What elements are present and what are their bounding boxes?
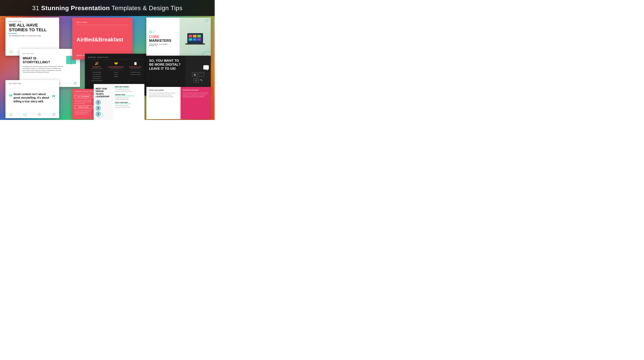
card-core: CORE MARKETERS STRATEGY. PLANNING. RESUL…: [146, 18, 211, 61]
core-left-panel: CORE MARKETERS STRATEGY. PLANNING. RESUL…: [146, 18, 180, 61]
svg-rect-0: [71, 56, 71, 64]
dot-pattern: [205, 19, 209, 22]
header-title-bold: Stunning Presentation: [41, 5, 110, 12]
svg-rect-5: [193, 35, 196, 38]
digital-title: SO, YOU WANT TO BE MORE DIGITAL? LEAVE I…: [149, 59, 183, 71]
team-member-2: JORDON LOUIS CREATIVE MARKETING DIRECTOR…: [115, 94, 143, 100]
dot-line: [17, 52, 19, 52]
team-left: MEET OUR DREAM TEAM'S LEADERSHIP 👤 👤 👤: [94, 84, 113, 120]
svg-rect-3: [189, 35, 192, 38]
team-member-1: SMITH AND CONNOR MARKETING DIRECTOR, JR …: [115, 86, 143, 92]
market-events-col: 🎉 EVENTS target events monthly Octoberfe…: [88, 62, 106, 82]
member-1-bullets: • 8 years Marketing experience• Received…: [115, 89, 143, 92]
tablet-icon: 📱: [199, 72, 204, 77]
comp-desc-1: We are the first to market, creating a t…: [74, 99, 92, 104]
member-3-bullets: • 5 years Industry experience• Graduate …: [115, 105, 143, 108]
partnerships-items: GoLocoKAYAKORBITZ: [107, 71, 125, 78]
challenge-title: YOUR CHALLENGE: [149, 89, 178, 91]
card-dream-team: MEET OUR DREAM TEAM'S LEADERSHIP 👤 👤 👤 S…: [94, 84, 144, 120]
airbnb-divider: [76, 25, 128, 25]
challenge-body: A need to excel on the ground, offline a…: [149, 92, 178, 98]
help-body: We improve what's working, by connecting…: [183, 92, 208, 98]
partnerships-icon: 🤝: [107, 62, 125, 65]
chat-icon3: 💬: [52, 113, 56, 116]
chat-bubble-icon: ···: [203, 65, 209, 70]
airbnb-title: AirBed&Breakfast: [76, 37, 128, 43]
brain-icon3: 🧠: [38, 113, 41, 116]
comp-tag-1: 1ST TO MARKET: [74, 95, 92, 98]
bulb-icon: 💡: [9, 50, 13, 54]
device-row2: 🖥 ↖: [194, 78, 203, 82]
craigslist-divider: [127, 70, 144, 71]
close-quote: ": [52, 94, 56, 102]
member-2-role: CREATIVE MARKETING DIRECTOR: [115, 95, 143, 97]
team-right: SMITH AND CONNOR MARKETING DIRECTOR, JR …: [113, 84, 144, 120]
challenge-right: HOW WE CAN HELP We improve what's workin…: [180, 87, 211, 119]
craigslist-title: CRAIGSLIST: [127, 66, 144, 68]
team-avatar-1: 👤: [96, 100, 101, 105]
bulb-icon3: 💡: [9, 113, 12, 116]
chat-icon2: 💬: [74, 82, 77, 85]
laptop-icon2: 💻: [192, 72, 198, 77]
core-rest: MARKETERS: [149, 39, 171, 43]
header: 31 Stunning Presentation Templates & Des…: [0, 0, 215, 16]
partnerships-divider: [107, 70, 125, 71]
quote-icons-row: 💡 📖 🧠 💬: [9, 111, 56, 116]
member-2-name: JORDON LOUIS: [115, 94, 143, 95]
card-airbnb: WELCOME AirBed&Breakfast Books Rooms wit…: [72, 18, 133, 60]
partnerships-title: PARTNERSHIPS: [107, 66, 125, 68]
member-1-name: SMITH AND CONNOR: [115, 86, 143, 87]
header-title-rest: Templates & Design Tips: [110, 5, 182, 12]
page-title: 31 Stunning Presentation Templates & Des…: [32, 5, 182, 12]
events-sub: target events monthly: [88, 68, 106, 69]
team-member-3: TINA W. MARGARET LEAD IT, DIGITAL DIRECT…: [115, 102, 143, 108]
deco-circle-team: [98, 112, 104, 118]
member-3-name: TINA W. MARGARET: [115, 102, 143, 103]
team-title: MEET OUR DREAM TEAM'S LEADERSHIP: [96, 88, 111, 98]
digital-right: ··· 💻 📱 🖥 ↖: [186, 56, 211, 92]
cursor-icon: ↖: [200, 78, 203, 82]
book-icon3: 📖: [24, 113, 27, 116]
header-title-plain: 31: [32, 5, 41, 12]
svg-rect-6: [193, 38, 196, 41]
card-challenge: YOUR CHALLENGE A need to excel on the gr…: [146, 87, 211, 119]
story-cover-meta: GILL SCOTT 2018: [9, 21, 56, 22]
core-right-panel: [180, 18, 211, 61]
quote-meta: GILL SCOTT 2018: [9, 83, 56, 84]
digital-left: SO, YOU WANT TO BE MORE DIGITAL? LEAVE I…: [146, 56, 186, 92]
story-cover-title: WE ALL HAVE STORIES TO TELL: [9, 23, 56, 32]
team-avatar-2: 👤: [96, 106, 101, 111]
story-cover-subtitle: AN INTRODUCTION TO STORYTELLING: [9, 35, 56, 37]
member-1-role: MARKETING DIRECTOR, JR: [115, 87, 143, 89]
svg-rect-10: [191, 44, 199, 44]
events-title: EVENTS: [88, 66, 106, 68]
what-body: Storytelling is the social and cultural …: [23, 66, 63, 73]
device-row: 💻 📱: [192, 72, 204, 77]
events-items: Octoberfest (5M)Cobit (700,000)Summerfas…: [88, 71, 106, 82]
craigslist-items: AirBnB ScreenshotCraigslist Screenshot: [127, 71, 144, 76]
events-icon: 🎉: [88, 62, 106, 65]
partnerships-sub: cheap/alternative travel: [107, 68, 125, 69]
member-3-role: LEAD IT, DIGITAL DIRECTOR: [115, 103, 143, 104]
card-quote: GILL SCOTT 2018 " Good content isn’t abo…: [6, 80, 59, 118]
what-title: WHAT IS STORYTELLING?: [23, 57, 63, 64]
what-meta: GILL SCOTT 2018: [23, 53, 34, 54]
help-title: HOW WE CAN HELP: [183, 89, 208, 91]
market-partnerships-col: 🤝 PARTNERSHIPS cheap/alternative travel …: [107, 62, 125, 82]
core-highlight: CORE: [149, 35, 159, 39]
svg-rect-8: [197, 38, 201, 41]
quote-content: Good content isn’t about good storytelli…: [14, 92, 52, 103]
comp-tag-4: EASE OF USE: [74, 106, 92, 109]
events-divider: [88, 70, 106, 71]
craigslist-sub: dual posting feature: [127, 68, 144, 69]
comp-desc-4: The app is simple, intuitive and can eve…: [74, 110, 92, 115]
teal-line: [9, 34, 17, 34]
market-craigslist-col: 📋 CRAIGSLIST dual posting feature AirBnB…: [127, 62, 144, 82]
core-top-section: CORE MARKETERS STRATEGY. PLANNING. RESUL…: [146, 18, 211, 61]
craigslist-icon: 📋: [127, 62, 144, 65]
card-digital: SO, YOU WANT TO BE MORE DIGITAL? LEAVE I…: [146, 56, 211, 92]
core-sub: STRATEGY. PLANNING. RESULTS.: [149, 44, 177, 46]
svg-rect-7: [197, 35, 201, 38]
cards-area: GILL SCOTT 2018 WE ALL HAVE STORIES TO T…: [0, 18, 215, 120]
svg-rect-4: [189, 38, 192, 41]
